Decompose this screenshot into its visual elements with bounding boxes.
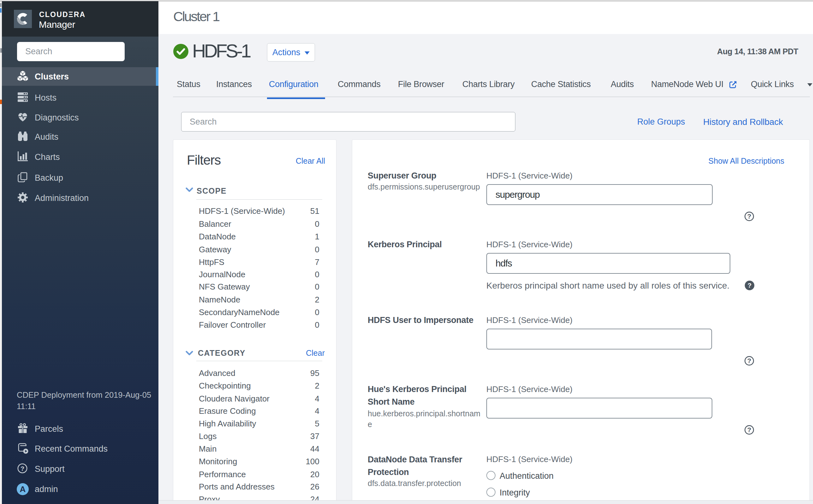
svg-text:?: ?: [747, 426, 751, 433]
svg-text:?: ?: [747, 357, 751, 364]
svg-text:?: ?: [748, 282, 752, 289]
svg-text:?: ?: [747, 213, 751, 220]
svg-text:?: ?: [21, 465, 24, 472]
